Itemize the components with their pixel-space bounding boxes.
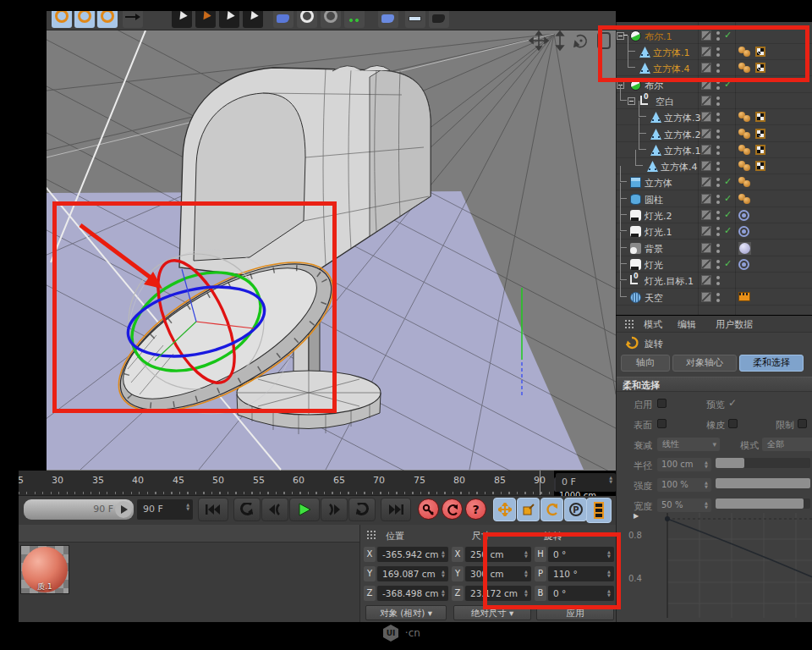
autokey-button[interactable] xyxy=(442,499,463,520)
tree-label[interactable]: 灯光.2 xyxy=(645,210,672,223)
layer-toggle-icon[interactable] xyxy=(701,259,711,269)
stepper-icon[interactable]: ▲▼ xyxy=(609,476,612,484)
next-frame-button[interactable] xyxy=(321,498,348,521)
toolbar-arc-dot-icon[interactable] xyxy=(297,11,317,28)
enabled-check-icon[interactable]: ✓ xyxy=(724,209,732,220)
visibility-dots-icon[interactable] xyxy=(716,260,720,269)
texture-tag-icon[interactable] xyxy=(755,145,765,155)
layer-toggle-icon[interactable] xyxy=(701,194,711,204)
visibility-dots-icon[interactable] xyxy=(716,227,720,236)
visibility-dots-icon[interactable] xyxy=(716,113,720,122)
tree-label[interactable]: 天空 xyxy=(645,292,663,305)
tree-label[interactable]: 灯光.1 xyxy=(645,226,672,239)
keyframe-parameter-button[interactable]: P xyxy=(564,498,587,521)
toolbar-dark-icon[interactable] xyxy=(429,11,449,28)
width-field[interactable]: 50 %▲▼ xyxy=(657,499,711,512)
enabled-check-icon[interactable]: ✓ xyxy=(724,225,732,236)
toolbar-arrow-icon[interactable] xyxy=(123,11,143,28)
surface-checkbox[interactable] xyxy=(657,419,667,428)
falloff-curve[interactable] xyxy=(635,513,812,621)
visibility-dots-icon[interactable] xyxy=(716,276,720,285)
prev-frame-button[interactable] xyxy=(261,498,288,521)
layer-toggle-icon[interactable] xyxy=(701,112,711,122)
enabled-check-icon[interactable]: ✓ xyxy=(724,258,732,269)
texture-tag-icon[interactable] xyxy=(755,161,765,171)
tree-row-cylinder[interactable]: 圆柱 ✓ xyxy=(617,191,812,207)
layer-toggle-icon[interactable] xyxy=(701,210,711,220)
toolbar-shield-icon[interactable] xyxy=(273,11,294,28)
toolbar-select-live-icon[interactable] xyxy=(172,11,192,28)
layer-toggle-icon[interactable] xyxy=(701,96,711,106)
layer-toggle-icon[interactable] xyxy=(701,275,711,285)
tree-row-cube4b[interactable]: 立方体.4 xyxy=(617,158,812,174)
preview-check-icon[interactable]: ✓ xyxy=(728,397,737,409)
texture-tag-icon[interactable] xyxy=(755,112,765,122)
phong-tag-icon[interactable] xyxy=(738,129,752,140)
rubber-checkbox[interactable] xyxy=(728,419,738,428)
tree-label[interactable]: 立方体.3 xyxy=(664,112,701,124)
visibility-dots-icon[interactable] xyxy=(716,162,720,171)
tree-row-light-target1[interactable]: 0 灯光.目标.1 xyxy=(617,273,812,289)
prev-key-button[interactable] xyxy=(233,498,261,521)
limit-checkbox[interactable] xyxy=(798,419,807,428)
object-relative-dropdown[interactable]: 对象 (相对) ▾ xyxy=(365,605,447,620)
phong-tag-icon[interactable] xyxy=(738,145,752,156)
goto-end-button[interactable] xyxy=(381,498,411,521)
toolbar-panels-icon[interactable] xyxy=(405,11,425,28)
toolbar-select-poly-icon[interactable] xyxy=(243,11,263,28)
stepper-icon[interactable]: ▲▼ xyxy=(186,503,189,511)
layer-toggle-icon[interactable] xyxy=(701,292,711,302)
radius-field[interactable]: 100 cm▲▼ xyxy=(657,458,711,471)
material-toolbar[interactable] xyxy=(19,525,359,543)
toolbar-undo-icon[interactable] xyxy=(52,11,72,28)
panel-grid-icon[interactable] xyxy=(367,531,377,539)
tree-label[interactable]: 圆柱 xyxy=(645,194,663,207)
layer-toggle-icon[interactable] xyxy=(701,129,711,139)
layer-toggle-icon[interactable] xyxy=(701,177,711,187)
visibility-dots-icon[interactable] xyxy=(716,195,720,204)
visibility-dots-icon[interactable] xyxy=(716,244,720,253)
timeline-ruler[interactable]: 25 30 35 40 45 50 55 60 65 70 75 80 85 9… xyxy=(19,471,554,496)
visibility-dots-icon[interactable] xyxy=(716,96,720,106)
target-tag-icon[interactable] xyxy=(738,210,749,221)
playhead-nub[interactable] xyxy=(115,501,132,518)
target-tag-icon[interactable] xyxy=(738,259,749,270)
pos-y-field[interactable]: 169.087 cm▲▼ xyxy=(377,566,448,581)
toolbar-mesh-icon[interactable] xyxy=(378,11,398,28)
toolbar-curve-icon[interactable] xyxy=(321,11,341,28)
help-button[interactable]: ? xyxy=(465,499,486,520)
radius-slider[interactable] xyxy=(716,458,810,468)
compositing-tag-icon[interactable] xyxy=(738,292,750,301)
tree-row-background[interactable]: 背景 xyxy=(617,240,812,256)
tree-label[interactable]: 立方体.2 xyxy=(664,129,701,141)
tree-row-cube[interactable]: 立方体 ✓ xyxy=(617,174,812,190)
enabled-check-icon[interactable]: ✓ xyxy=(724,176,732,187)
visibility-dots-icon[interactable] xyxy=(716,178,720,187)
toolbar-redo-icon[interactable] xyxy=(74,11,95,28)
expander-icon[interactable] xyxy=(628,97,635,105)
visibility-dots-icon[interactable] xyxy=(716,293,720,302)
layer-toggle-icon[interactable] xyxy=(701,243,711,253)
visibility-dots-icon[interactable] xyxy=(716,211,720,220)
layer-toggle-icon[interactable] xyxy=(701,226,711,236)
menu-edit[interactable]: 编辑 xyxy=(678,318,696,331)
layer-toggle-icon[interactable] xyxy=(701,161,711,171)
panel-grid-icon[interactable] xyxy=(625,320,635,328)
tree-row-cube1b[interactable]: 立方体.1 xyxy=(617,142,812,158)
tab-soft-selection[interactable]: 柔和选择 xyxy=(739,355,804,372)
material-name[interactable]: 质.1 xyxy=(21,581,69,592)
tree-label[interactable]: 立方体.4 xyxy=(661,161,698,174)
toolbar-history-icon[interactable] xyxy=(97,11,118,28)
timeline-range-slider[interactable]: 90 F xyxy=(24,499,134,520)
toolbar-green-dots-icon[interactable] xyxy=(344,11,365,28)
phong-tag-icon[interactable] xyxy=(738,112,752,123)
material-thumbnail[interactable]: 质.1 xyxy=(20,545,69,594)
play-button[interactable] xyxy=(289,498,320,521)
tree-label[interactable]: 灯光.目标.1 xyxy=(645,275,694,288)
mode-dropdown[interactable]: 全部 xyxy=(762,438,812,451)
keyframe-position-button[interactable] xyxy=(493,498,516,521)
menu-mode[interactable]: 模式 xyxy=(644,318,662,331)
visibility-dots-icon[interactable] xyxy=(716,146,720,155)
enabled-check-icon[interactable]: ✓ xyxy=(724,193,732,204)
tree-label[interactable]: 立方体.1 xyxy=(664,145,701,157)
